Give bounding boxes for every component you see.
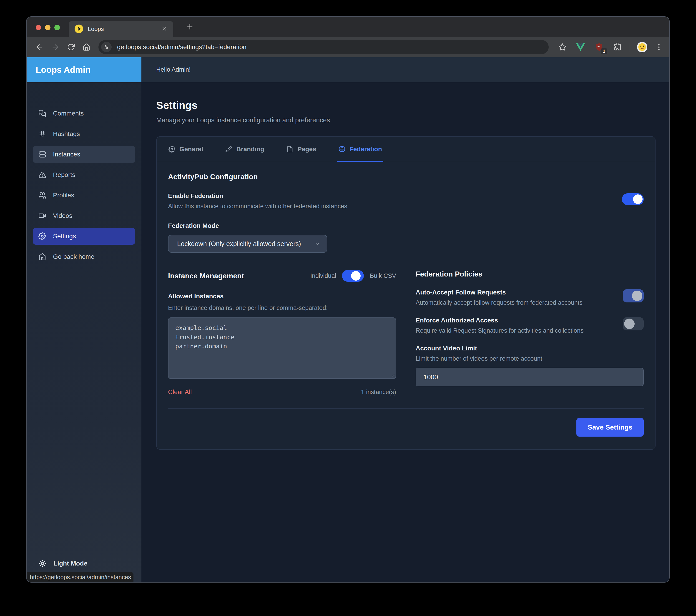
brush-icon: [225, 146, 232, 153]
back-icon[interactable]: [35, 43, 44, 51]
file-icon: [286, 146, 293, 153]
tab-pages[interactable]: Pages: [285, 137, 318, 162]
auto-accept-desc: Automatically accept follow requests fro…: [416, 299, 603, 306]
settings-icon: [38, 232, 46, 240]
domains-textarea[interactable]: example.social trusted.instance partner.…: [168, 317, 396, 379]
federation-mode-group: Federation Mode Lockdown (Only explicitl…: [168, 222, 644, 253]
auto-accept-row: Auto-Accept Follow Requests Automaticall…: [416, 289, 644, 306]
page-title: Settings: [156, 99, 655, 111]
toggle-knob: [633, 194, 643, 204]
vue-devtools-icon[interactable]: [576, 43, 585, 51]
sidebar-item-label: Videos: [53, 212, 72, 219]
sidebar-item-label: Comments: [53, 110, 84, 117]
enable-federation-toggle[interactable]: [622, 193, 644, 205]
clear-all-link[interactable]: Clear All: [168, 389, 192, 396]
home-icon[interactable]: [82, 43, 90, 51]
sidebar-item-videos[interactable]: Videos: [33, 207, 135, 224]
enforce-authorized-toggle[interactable]: [623, 317, 644, 330]
sidebar-item-go-back-home[interactable]: Go back home: [33, 248, 135, 265]
loops-favicon-icon: [75, 25, 83, 33]
video-limit-desc: Limit the number of videos per remote ac…: [416, 355, 644, 362]
tab-strip: Loops: [27, 17, 669, 37]
entry-mode-toggle[interactable]: [342, 270, 364, 282]
two-column-grid: Instance Management Individual Bulk CSV …: [168, 270, 644, 396]
new-tab-button[interactable]: [186, 23, 194, 31]
sidebar-item-comments[interactable]: Comments: [33, 105, 135, 122]
globe-icon: [338, 146, 345, 153]
browser-toolbar: getloops.social/admin/settings?tab=feder…: [27, 37, 669, 57]
sidebar-item-profiles[interactable]: Profiles: [33, 187, 135, 204]
greeting-bar: Hello Admin!: [141, 57, 669, 82]
zoom-window-button[interactable]: [54, 25, 60, 30]
gear-icon: [169, 146, 175, 153]
sidebar-item-reports[interactable]: Reports: [33, 167, 135, 183]
tab-branding[interactable]: Branding: [224, 137, 266, 162]
entry-mode-toggle-group: Individual Bulk CSV: [310, 270, 396, 282]
profiles-icon: [38, 191, 46, 199]
save-settings-button[interactable]: Save Settings: [576, 418, 644, 437]
individual-label: Individual: [310, 272, 336, 280]
comments-icon: [38, 110, 46, 117]
allowed-instances-label: Allowed Instances: [168, 293, 396, 300]
chevron-down-icon: [314, 241, 320, 247]
auto-accept-toggle[interactable]: [623, 289, 644, 302]
adblock-shield-icon[interactable]: 1: [595, 43, 604, 52]
tab-label: Branding: [236, 145, 264, 153]
toolbar-right: 1: [555, 42, 663, 52]
settings-tabs: General Branding Pages Federation: [157, 137, 655, 162]
forward-icon[interactable]: [51, 43, 59, 51]
federation-policies-column: Federation Policies Auto-Accept Follow R…: [416, 270, 644, 396]
instance-management-heading: Instance Management: [168, 272, 244, 280]
browser-window: Loops getloops.social/admin/settings?tab…: [26, 16, 670, 583]
status-bar: https://getloops.social/admin/instances: [27, 572, 133, 582]
settings-card: General Branding Pages Federation: [156, 136, 655, 450]
toggle-knob: [632, 290, 642, 301]
sidebar-item-label: Instances: [53, 151, 80, 158]
tab-close-icon[interactable]: [161, 26, 167, 32]
site-settings-icon[interactable]: [101, 42, 112, 52]
address-bar[interactable]: getloops.social/admin/settings?tab=feder…: [98, 40, 549, 54]
federation-mode-label: Federation Mode: [168, 222, 644, 230]
window-controls: [36, 25, 60, 30]
sidebar-item-settings[interactable]: Settings: [33, 228, 135, 245]
sun-icon: [39, 560, 46, 567]
bulk-csv-label: Bulk CSV: [370, 272, 396, 280]
url-text[interactable]: getloops.social/admin/settings?tab=feder…: [117, 44, 247, 51]
auto-accept-label: Auto-Accept Follow Requests: [416, 289, 603, 296]
enable-federation-row: Enable Federation Allow this instance to…: [168, 192, 644, 210]
profile-avatar[interactable]: [637, 42, 647, 52]
browser-tab[interactable]: Loops: [69, 21, 173, 37]
minimize-window-button[interactable]: [45, 25, 50, 30]
tab-title: Loops: [88, 26, 104, 32]
federation-policies-heading: Federation Policies: [416, 270, 644, 278]
light-mode-toggle[interactable]: Light Mode: [39, 560, 87, 567]
tab-general[interactable]: General: [167, 137, 204, 162]
close-window-button[interactable]: [36, 25, 41, 30]
video-limit-input[interactable]: [416, 368, 644, 386]
enforce-authorized-label: Enforce Authorized Access: [416, 317, 603, 324]
enforce-authorized-desc: Require valid Request Signatures for act…: [416, 327, 603, 334]
tab-label: General: [179, 145, 203, 153]
tab-federation[interactable]: Federation: [337, 137, 383, 162]
content: Settings Manage your Loops instance conf…: [141, 82, 669, 450]
enable-federation-label: Enable Federation: [168, 192, 601, 200]
page: Loops Admin Comments Hashtags Instances …: [27, 57, 669, 582]
bookmark-star-icon[interactable]: [558, 43, 566, 51]
federation-panel: ActivityPub Configuration Enable Federat…: [157, 162, 655, 449]
enable-federation-desc: Allow this instance to communicate with …: [168, 203, 601, 210]
extensions-puzzle-icon[interactable]: [613, 43, 622, 51]
light-mode-label: Light Mode: [53, 560, 87, 567]
sidebar-item-hashtags[interactable]: Hashtags: [33, 126, 135, 142]
reload-icon[interactable]: [67, 43, 75, 51]
instances-footer: Clear All 1 instance(s): [168, 389, 396, 396]
sidebar-item-instances[interactable]: Instances: [33, 146, 135, 163]
federation-mode-select[interactable]: Lockdown (Only explicitly allowed server…: [168, 235, 327, 253]
toolbar-separator: [630, 43, 630, 52]
browser-menu-icon[interactable]: [655, 43, 663, 51]
sidebar-nav: Comments Hashtags Instances Reports Prof…: [27, 105, 141, 265]
activitypub-heading: ActivityPub Configuration: [168, 173, 644, 181]
sidebar: Loops Admin Comments Hashtags Instances …: [27, 57, 141, 582]
toggle-knob: [351, 271, 361, 281]
sidebar-item-label: Go back home: [53, 253, 94, 260]
instance-management-header: Instance Management Individual Bulk CSV: [168, 270, 396, 282]
